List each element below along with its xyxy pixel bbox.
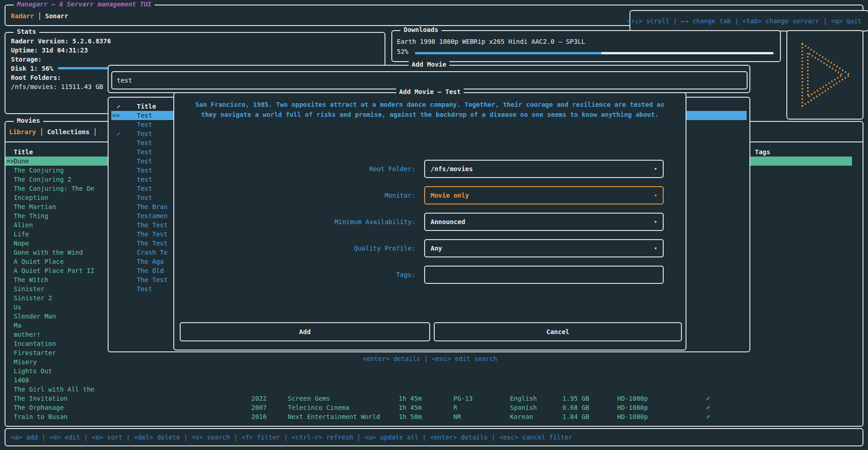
movie-title: Ma [14,321,21,330]
field-dropdown[interactable]: Any▾ [424,239,664,257]
movie-title: Incantation [14,339,56,348]
cell-size: 1.95 GB [562,394,589,403]
selection-arrow-icon: => [112,111,120,120]
add-movie-modal: Add Movie – Test San Francisco, 1985. Tw… [173,92,686,351]
footer-help-text: <a> add | <e> edit | <o> sort | <del> de… [11,429,572,445]
in-library-check-icon: ✓ [117,129,120,138]
radarr-play-logo-icon [795,40,855,110]
movie-title: The Conjuring: The De [14,184,94,193]
description-line: San Francisco, 1985. Two opposites attra… [174,99,686,110]
description-line: they navigate a world full of risks and … [174,110,686,120]
tab-divider: │ [89,128,100,136]
edit-pencil-icon[interactable]: ✎ [706,412,710,421]
field-value: Movie only [431,187,469,204]
chevron-down-icon: ▾ [654,240,657,256]
movie-list-item[interactable]: 1408 [5,376,852,385]
movie-description: San Francisco, 1985. Two opposites attra… [174,99,686,120]
cell-language: Korean [510,412,533,421]
global-help-box: <↑↓> scroll | ←→ change tab | <tab> chan… [629,10,868,31]
cell-year: 2016 [251,412,267,421]
field-dropdown[interactable]: Announced▾ [424,213,664,231]
movie-title: Misery [14,357,37,366]
movies-tabs: Library│Collections│ [9,127,101,137]
result-title: The Test [137,230,167,239]
movie-title: The Witch [14,275,48,284]
field-label: Minimum Availability: [174,213,419,231]
result-title: The Test [137,275,167,284]
tab-sonarr[interactable]: Sonarr [45,12,68,20]
movie-title: The Conjuring [14,166,64,175]
cell-quality: HD-1080p [617,394,648,403]
footer-help-bar: <a> add | <e> edit | <o> sort | <del> de… [5,428,863,446]
form-field-row: Tags: [174,266,686,284]
result-title: Testamen [137,211,167,220]
movies-panel-title: Movies [14,117,43,124]
cell-size: 1.84 GB [562,412,589,421]
cell-runtime: 1h 45m [399,394,422,403]
field-dropdown[interactable]: Movie only▾ [424,186,664,204]
movie-title: Nope [14,239,29,248]
tab-library[interactable]: Library [9,128,36,136]
field-value: Announced [431,214,465,230]
cell-studio: Next Entertainment World [288,412,380,421]
cell-studio: Telecinco Cinema [288,403,349,412]
result-title: The Test [137,220,167,230]
result-title: Test [137,147,152,157]
selection-arrow-icon: => [6,157,14,166]
field-label: Quality Profile: [174,239,419,257]
form-field-row: Quality Profile: Any▾ [174,239,686,257]
field-input[interactable] [424,266,664,284]
field-label: Root Folder: [174,160,419,178]
cell-cert: NR [453,412,461,421]
cell-language: English [510,394,537,403]
result-title: The Test [137,239,167,248]
field-dropdown[interactable]: /nfs/movies▾ [424,160,664,178]
result-title: Test [137,138,152,147]
result-title: Test [137,193,152,202]
movie-title: 1408 [14,376,29,385]
download-progress-fill [415,52,602,54]
tab-collections[interactable]: Collections [47,128,89,136]
result-title: The Aga [137,257,164,266]
result-title: Test [137,157,152,166]
add-button[interactable]: Add [180,322,430,341]
edit-pencil-icon[interactable]: ✎ [706,394,710,403]
disk-usage-label: Disk 1: 56% [11,65,53,72]
results-title-header: Title [137,102,156,111]
tab-radarr[interactable]: Radarr [11,12,34,20]
result-title: The Old [137,266,164,275]
cell-runtime: 1h 58m [399,412,422,421]
cell-studio: Screen Gems [288,394,330,403]
movie-title: The Martian [14,202,56,211]
modal-title: Add Movie – Test [396,88,464,95]
download-progress-track [415,52,774,54]
cell-language: Spanish [510,403,537,412]
movie-title: A Quiet Place Part II [14,266,94,275]
root-folders-label: Root Folders: [11,73,111,82]
movie-search-input[interactable]: test [111,71,748,89]
form-field-row: Minimum Availability: Announced▾ [174,213,686,231]
servarr-tabs: Radarr│Sonarr [11,11,68,21]
column-header-tags: Tags [755,147,770,157]
cancel-button[interactable]: Cancel [434,322,682,341]
result-title: Test [137,166,152,175]
movie-title: mother! [14,330,41,339]
movie-list-item[interactable]: The Girl with All the [5,385,852,394]
check-column-header-icon: ✓ [117,102,120,111]
column-header-title: Title [14,147,33,157]
downloads-panel-title: Downloads [400,26,442,33]
cell-cert: R [453,403,457,412]
results-help-text: <enter> details | <esc> edit search [173,354,686,363]
chevron-down-icon: ▾ [654,161,657,177]
chevron-down-icon: ▾ [654,214,657,230]
uptime: Uptime: 31d 04:31:23 [11,46,111,55]
cell-year: 2007 [251,403,267,412]
tab-divider: │ [34,12,45,20]
field-label: Monitor: [174,186,419,204]
result-title: Test [137,120,152,129]
field-label: Tags: [174,266,419,284]
edit-pencil-icon[interactable]: ✎ [706,403,710,412]
download-percent: 52% [397,48,408,55]
movie-list-item[interactable]: Lights Out [5,366,852,376]
cell-runtime: 1h 45m [399,403,422,412]
